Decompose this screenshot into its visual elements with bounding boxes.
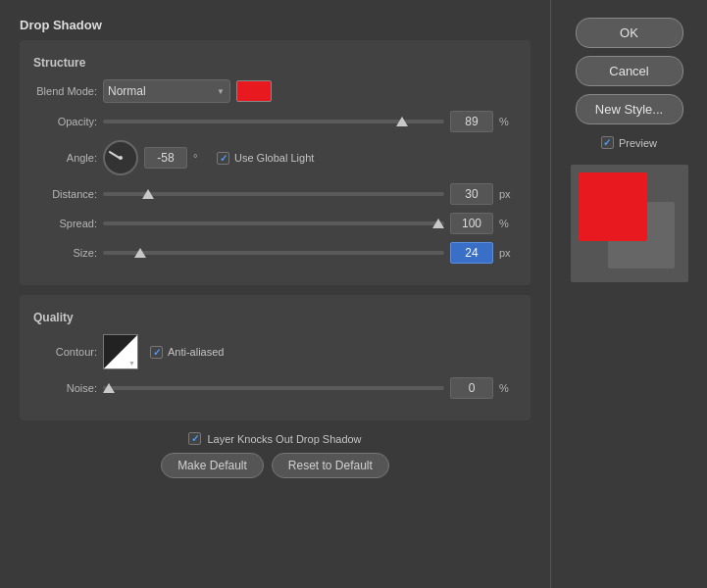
- spread-input[interactable]: [450, 213, 493, 234]
- contour-label: Contour:: [33, 346, 97, 358]
- use-global-light-label[interactable]: Use Global Light: [234, 152, 314, 164]
- blend-mode-label: Blend Mode:: [33, 85, 97, 97]
- make-default-button[interactable]: Make Default: [161, 453, 264, 478]
- noise-row: Noise: %: [33, 377, 517, 399]
- quality-subsection-title: Quality: [33, 311, 517, 324]
- contour-row: Contour: ▼ Anti-aliased: [33, 334, 517, 369]
- opacity-row: Opacity: %: [33, 111, 517, 132]
- angle-label: Angle:: [33, 152, 97, 164]
- preview-row: Preview: [601, 136, 657, 149]
- size-row: Size: px: [33, 242, 517, 264]
- angle-center-dot: [119, 156, 123, 160]
- contour-wrapper[interactable]: ▼: [103, 334, 138, 369]
- size-label: Size:: [33, 247, 97, 259]
- structure-subsection-title: Structure: [33, 56, 517, 70]
- right-panel: OK Cancel New Style... Preview: [550, 0, 707, 588]
- noise-unit: %: [499, 382, 517, 394]
- distance-slider[interactable]: [103, 192, 444, 196]
- layer-knocks-out-checkbox[interactable]: [188, 432, 201, 445]
- preview-box: [571, 165, 688, 282]
- preview-label[interactable]: Preview: [619, 137, 657, 149]
- section-title: Drop Shadow: [20, 18, 530, 32]
- distance-unit: px: [499, 188, 517, 200]
- anti-aliased-checkbox[interactable]: [150, 346, 163, 359]
- spread-label: Spread:: [33, 218, 97, 229]
- noise-slider[interactable]: [103, 386, 444, 390]
- opacity-unit: %: [499, 116, 517, 127]
- angle-row: Angle: ° Use Global Light: [33, 140, 517, 175]
- color-swatch[interactable]: [236, 80, 272, 102]
- noise-input[interactable]: [450, 377, 493, 399]
- left-panel: Drop Shadow Structure Blend Mode: Normal…: [0, 0, 550, 588]
- layer-knocks-out-label[interactable]: Layer Knocks Out Drop Shadow: [207, 433, 361, 445]
- noise-slider-container[interactable]: [103, 381, 444, 395]
- distance-slider-container[interactable]: [103, 187, 444, 201]
- anti-aliased-row: Anti-aliased: [150, 346, 224, 359]
- distance-input[interactable]: [450, 183, 493, 205]
- angle-unit: °: [193, 152, 211, 164]
- opacity-input[interactable]: [450, 111, 493, 132]
- contour-arrow-icon: ▼: [128, 360, 135, 367]
- size-slider[interactable]: [103, 251, 444, 255]
- quality-section: Quality Contour: ▼ Anti-aliased: [20, 295, 530, 420]
- blend-mode-select-wrapper[interactable]: Normal Multiply Screen: [103, 79, 230, 103]
- opacity-slider[interactable]: [103, 120, 444, 123]
- new-style-button[interactable]: New Style...: [576, 94, 683, 124]
- cancel-button[interactable]: Cancel: [576, 56, 683, 86]
- blend-mode-select[interactable]: Normal Multiply Screen: [103, 79, 230, 103]
- opacity-label: Opacity:: [33, 116, 97, 127]
- anti-aliased-label[interactable]: Anti-aliased: [168, 346, 224, 358]
- preview-red-square: [579, 172, 647, 241]
- spread-slider[interactable]: [103, 221, 444, 225]
- size-input[interactable]: [450, 242, 493, 264]
- spread-row: Spread: %: [33, 213, 517, 234]
- use-global-light-checkbox[interactable]: [217, 152, 229, 165]
- size-slider-container[interactable]: [103, 246, 444, 260]
- bottom-buttons: Make Default Reset to Default: [20, 453, 530, 478]
- layer-knocks-out-row: Layer Knocks Out Drop Shadow: [20, 432, 530, 445]
- spread-slider-container[interactable]: [103, 217, 444, 230]
- angle-input[interactable]: [144, 147, 187, 169]
- opacity-slider-container[interactable]: [103, 115, 444, 128]
- noise-label: Noise:: [33, 382, 97, 394]
- spread-unit: %: [499, 218, 517, 229]
- reset-to-default-button[interactable]: Reset to Default: [272, 453, 389, 478]
- angle-dial[interactable]: [103, 140, 138, 175]
- distance-row: Distance: px: [33, 183, 517, 205]
- blend-mode-row: Blend Mode: Normal Multiply Screen: [33, 79, 517, 103]
- structure-section: Structure Blend Mode: Normal Multiply Sc…: [20, 40, 530, 285]
- size-unit: px: [499, 247, 517, 259]
- distance-label: Distance:: [33, 188, 97, 200]
- contour-thumb[interactable]: ▼: [103, 334, 138, 369]
- preview-checkbox[interactable]: [601, 136, 614, 149]
- ok-button[interactable]: OK: [576, 18, 683, 48]
- use-global-light-row: Use Global Light: [217, 152, 314, 165]
